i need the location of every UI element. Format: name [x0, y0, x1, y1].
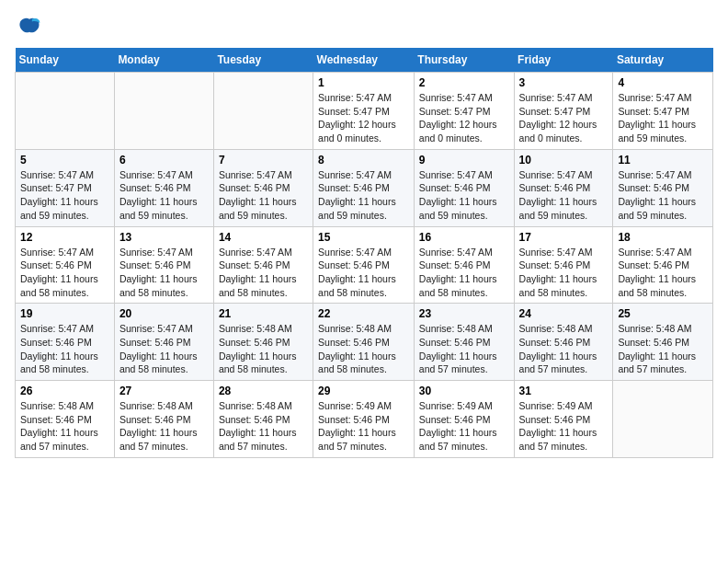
- day-number: 19: [20, 307, 109, 320]
- calendar-cell: 15Sunrise: 5:47 AM Sunset: 5:46 PM Dayli…: [313, 226, 415, 304]
- day-info: Sunrise: 5:47 AM Sunset: 5:46 PM Dayligh…: [20, 322, 109, 376]
- day-info: Sunrise: 5:47 AM Sunset: 5:47 PM Dayligh…: [20, 168, 109, 223]
- day-number: 7: [219, 154, 308, 167]
- header-friday: Friday: [514, 48, 613, 73]
- header-saturday: Saturday: [613, 48, 713, 73]
- day-number: 27: [119, 385, 209, 397]
- day-number: 9: [419, 154, 509, 167]
- calendar-cell: 18Sunrise: 5:47 AM Sunset: 5:46 PM Dayli…: [613, 226, 713, 304]
- day-info: Sunrise: 5:48 AM Sunset: 5:46 PM Dayligh…: [219, 399, 308, 454]
- day-info: Sunrise: 5:48 AM Sunset: 5:46 PM Dayligh…: [219, 322, 308, 376]
- calendar-table: SundayMondayTuesdayWednesdayThursdayFrid…: [15, 48, 713, 458]
- logo: [15, 15, 42, 37]
- calendar-cell: [16, 73, 115, 150]
- day-info: Sunrise: 5:49 AM Sunset: 5:46 PM Dayligh…: [519, 399, 609, 454]
- day-number: 24: [519, 307, 609, 320]
- day-number: 17: [519, 231, 609, 244]
- day-info: Sunrise: 5:47 AM Sunset: 5:46 PM Dayligh…: [419, 168, 509, 223]
- day-number: 25: [618, 307, 708, 320]
- header-thursday: Thursday: [414, 48, 514, 73]
- day-number: 6: [119, 154, 209, 167]
- calendar-cell: 11Sunrise: 5:47 AM Sunset: 5:46 PM Dayli…: [613, 149, 713, 226]
- logo-bird-icon: [17, 15, 42, 40]
- calendar-week-row: 12Sunrise: 5:47 AM Sunset: 5:46 PM Dayli…: [16, 226, 713, 304]
- day-info: Sunrise: 5:47 AM Sunset: 5:46 PM Dayligh…: [119, 168, 209, 223]
- calendar-cell: 10Sunrise: 5:47 AM Sunset: 5:46 PM Dayli…: [514, 149, 613, 226]
- calendar-cell: [213, 73, 313, 150]
- calendar-cell: [114, 73, 213, 150]
- calendar-cell: 31Sunrise: 5:49 AM Sunset: 5:46 PM Dayli…: [514, 381, 613, 458]
- day-info: Sunrise: 5:47 AM Sunset: 5:46 PM Dayligh…: [119, 246, 209, 300]
- day-info: Sunrise: 5:48 AM Sunset: 5:46 PM Dayligh…: [318, 322, 409, 376]
- day-number: 8: [318, 154, 409, 167]
- day-info: Sunrise: 5:47 AM Sunset: 5:46 PM Dayligh…: [219, 168, 308, 223]
- day-info: Sunrise: 5:49 AM Sunset: 5:46 PM Dayligh…: [318, 399, 409, 454]
- calendar-cell: 26Sunrise: 5:48 AM Sunset: 5:46 PM Dayli…: [16, 381, 115, 458]
- calendar-cell: 25Sunrise: 5:48 AM Sunset: 5:46 PM Dayli…: [613, 304, 713, 381]
- day-info: Sunrise: 5:47 AM Sunset: 5:47 PM Dayligh…: [318, 91, 409, 145]
- calendar-cell: 19Sunrise: 5:47 AM Sunset: 5:46 PM Dayli…: [16, 304, 115, 381]
- page-header: [15, 15, 713, 37]
- day-info: Sunrise: 5:48 AM Sunset: 5:46 PM Dayligh…: [419, 322, 509, 376]
- day-info: Sunrise: 5:47 AM Sunset: 5:47 PM Dayligh…: [519, 91, 609, 145]
- calendar-cell: [613, 381, 713, 458]
- day-info: Sunrise: 5:48 AM Sunset: 5:46 PM Dayligh…: [519, 322, 609, 376]
- day-info: Sunrise: 5:47 AM Sunset: 5:47 PM Dayligh…: [618, 91, 708, 145]
- day-number: 23: [419, 307, 509, 320]
- day-number: 30: [419, 385, 509, 397]
- day-number: 11: [618, 154, 708, 167]
- day-info: Sunrise: 5:47 AM Sunset: 5:46 PM Dayligh…: [318, 168, 409, 223]
- calendar-cell: 17Sunrise: 5:47 AM Sunset: 5:46 PM Dayli…: [514, 226, 613, 304]
- header-monday: Monday: [114, 48, 213, 73]
- day-number: 16: [419, 231, 509, 244]
- calendar-cell: 5Sunrise: 5:47 AM Sunset: 5:47 PM Daylig…: [16, 149, 115, 226]
- header-wednesday: Wednesday: [313, 48, 415, 73]
- calendar-header-row: SundayMondayTuesdayWednesdayThursdayFrid…: [16, 48, 713, 73]
- calendar-cell: 27Sunrise: 5:48 AM Sunset: 5:46 PM Dayli…: [114, 381, 213, 458]
- day-info: Sunrise: 5:47 AM Sunset: 5:46 PM Dayligh…: [119, 322, 209, 376]
- calendar-cell: 8Sunrise: 5:47 AM Sunset: 5:46 PM Daylig…: [313, 149, 415, 226]
- calendar-cell: 3Sunrise: 5:47 AM Sunset: 5:47 PM Daylig…: [514, 73, 613, 150]
- calendar-cell: 21Sunrise: 5:48 AM Sunset: 5:46 PM Dayli…: [213, 304, 313, 381]
- day-number: 10: [519, 154, 609, 167]
- calendar-cell: 22Sunrise: 5:48 AM Sunset: 5:46 PM Dayli…: [313, 304, 415, 381]
- calendar-week-row: 19Sunrise: 5:47 AM Sunset: 5:46 PM Dayli…: [16, 304, 713, 381]
- day-number: 4: [618, 76, 708, 89]
- calendar-cell: 9Sunrise: 5:47 AM Sunset: 5:46 PM Daylig…: [414, 149, 514, 226]
- calendar-cell: 20Sunrise: 5:47 AM Sunset: 5:46 PM Dayli…: [114, 304, 213, 381]
- calendar-cell: 30Sunrise: 5:49 AM Sunset: 5:46 PM Dayli…: [414, 381, 514, 458]
- day-number: 15: [318, 231, 409, 244]
- day-number: 14: [219, 231, 308, 244]
- header-tuesday: Tuesday: [213, 48, 313, 73]
- day-info: Sunrise: 5:47 AM Sunset: 5:46 PM Dayligh…: [219, 246, 308, 300]
- day-info: Sunrise: 5:47 AM Sunset: 5:46 PM Dayligh…: [419, 246, 509, 300]
- day-info: Sunrise: 5:49 AM Sunset: 5:46 PM Dayligh…: [419, 399, 509, 454]
- day-info: Sunrise: 5:48 AM Sunset: 5:46 PM Dayligh…: [119, 399, 209, 454]
- day-number: 29: [318, 385, 409, 397]
- calendar-cell: 16Sunrise: 5:47 AM Sunset: 5:46 PM Dayli…: [414, 226, 514, 304]
- day-info: Sunrise: 5:47 AM Sunset: 5:46 PM Dayligh…: [618, 246, 708, 300]
- calendar-cell: 6Sunrise: 5:47 AM Sunset: 5:46 PM Daylig…: [114, 149, 213, 226]
- calendar-cell: 12Sunrise: 5:47 AM Sunset: 5:46 PM Dayli…: [16, 226, 115, 304]
- day-info: Sunrise: 5:47 AM Sunset: 5:46 PM Dayligh…: [618, 168, 708, 223]
- day-number: 26: [20, 385, 109, 397]
- calendar-cell: 13Sunrise: 5:47 AM Sunset: 5:46 PM Dayli…: [114, 226, 213, 304]
- day-info: Sunrise: 5:48 AM Sunset: 5:46 PM Dayligh…: [618, 322, 708, 376]
- day-info: Sunrise: 5:47 AM Sunset: 5:46 PM Dayligh…: [318, 246, 409, 300]
- day-number: 5: [20, 154, 109, 167]
- day-number: 3: [519, 76, 609, 89]
- day-number: 31: [519, 385, 609, 397]
- day-number: 20: [119, 307, 209, 320]
- calendar-cell: 7Sunrise: 5:47 AM Sunset: 5:46 PM Daylig…: [213, 149, 313, 226]
- calendar-cell: 2Sunrise: 5:47 AM Sunset: 5:47 PM Daylig…: [414, 73, 514, 150]
- day-number: 28: [219, 385, 308, 397]
- day-number: 12: [20, 231, 109, 244]
- day-number: 18: [618, 231, 708, 244]
- header-sunday: Sunday: [16, 48, 115, 73]
- calendar-week-row: 1Sunrise: 5:47 AM Sunset: 5:47 PM Daylig…: [16, 73, 713, 150]
- day-info: Sunrise: 5:47 AM Sunset: 5:46 PM Dayligh…: [519, 246, 609, 300]
- calendar-cell: 24Sunrise: 5:48 AM Sunset: 5:46 PM Dayli…: [514, 304, 613, 381]
- day-number: 2: [419, 76, 509, 89]
- calendar-cell: 14Sunrise: 5:47 AM Sunset: 5:46 PM Dayli…: [213, 226, 313, 304]
- day-number: 21: [219, 307, 308, 320]
